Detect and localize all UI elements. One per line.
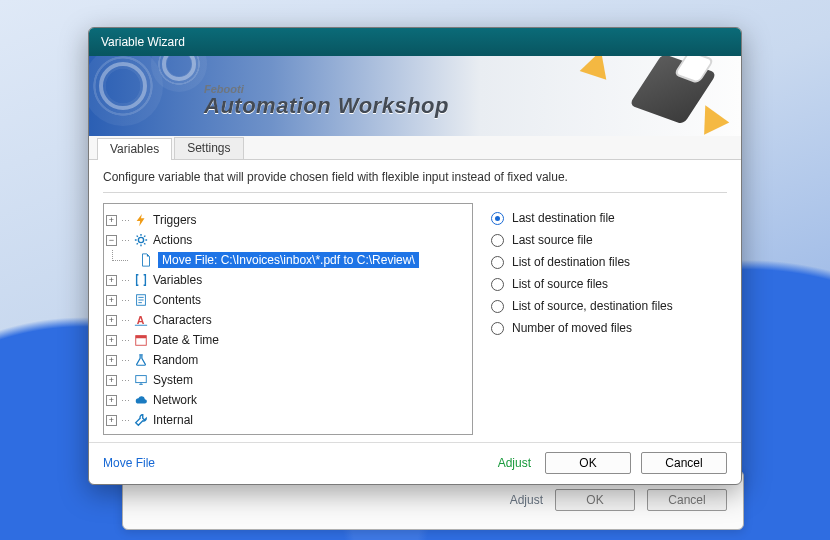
tree-label: Characters <box>153 313 212 327</box>
radio-list-destination-files[interactable]: List of destination files <box>491 251 727 273</box>
expand-icon[interactable]: + <box>106 275 117 286</box>
tree-node-characters[interactable]: + A Characters <box>106 310 468 330</box>
expand-icon[interactable]: + <box>106 355 117 366</box>
expand-icon[interactable]: + <box>106 335 117 346</box>
titlebar: Variable Wizard <box>89 28 741 56</box>
radio-label: List of source, destination files <box>512 299 673 313</box>
radio-icon <box>491 234 504 247</box>
tree-label: Triggers <box>153 213 197 227</box>
radio-number-moved-files[interactable]: Number of moved files <box>491 317 727 339</box>
radio-label: Last source file <box>512 233 593 247</box>
radio-icon <box>491 278 504 291</box>
tree-node-internal[interactable]: + Internal <box>106 410 468 430</box>
gear-icon <box>133 232 149 248</box>
lightning-icon <box>133 212 149 228</box>
wrench-icon <box>133 412 149 428</box>
close-button[interactable] <box>689 31 733 53</box>
calendar-icon <box>133 332 149 348</box>
monitor-icon <box>133 372 149 388</box>
tree-node-triggers[interactable]: + Triggers <box>106 210 468 230</box>
expand-icon[interactable]: + <box>106 215 117 226</box>
expand-icon[interactable]: + <box>106 415 117 426</box>
marker-icon <box>641 62 705 116</box>
tabstrip: Variables Settings <box>89 136 741 160</box>
footer-link-move-file[interactable]: Move File <box>103 456 155 470</box>
letter-a-icon: A <box>133 312 149 328</box>
svg-rect-4 <box>136 336 147 339</box>
footer-link-adjust[interactable]: Adjust <box>498 456 531 470</box>
star-icon <box>580 56 615 80</box>
tree-node-network[interactable]: + Network <box>106 390 468 410</box>
radio-last-destination-file[interactable]: Last destination file <box>491 207 727 229</box>
cancel-button[interactable]: Cancel <box>641 452 727 474</box>
dotted-connector <box>121 239 131 242</box>
description: Configure variable that will provide cho… <box>103 170 727 184</box>
tree-node-variables[interactable]: + Variables <box>106 270 468 290</box>
dotted-connector <box>121 219 131 222</box>
tree-node-actions[interactable]: − Actions <box>106 230 468 250</box>
shadow-adjust: Adjust <box>510 493 543 507</box>
tree-label: Move File: C:\Invoices\inbox\*.pdf to C:… <box>158 252 419 268</box>
radio-icon <box>491 212 504 225</box>
variable-options: Last destination file Last source file L… <box>491 203 727 436</box>
radio-label: Last destination file <box>512 211 615 225</box>
brackets-icon <box>133 272 149 288</box>
expand-icon[interactable]: + <box>106 295 117 306</box>
flask-icon <box>133 352 149 368</box>
tree-label: Variables <box>153 273 202 287</box>
window-title: Variable Wizard <box>101 35 689 49</box>
page-icon <box>133 292 149 308</box>
radio-icon <box>491 256 504 269</box>
radio-label: List of destination files <box>512 255 630 269</box>
expand-icon[interactable]: + <box>106 395 117 406</box>
shadow-cancel: Cancel <box>647 489 727 511</box>
tab-variables[interactable]: Variables <box>97 138 172 160</box>
tree-label: Random <box>153 353 198 367</box>
banner: Febooti Automation Workshop <box>89 56 741 136</box>
footer: Move File Adjust OK Cancel <box>89 442 741 484</box>
tree-node-contents[interactable]: + Contents <box>106 290 468 310</box>
tree-label: Internal <box>153 413 193 427</box>
divider <box>103 192 727 193</box>
tree-label: System <box>153 373 193 387</box>
radio-icon <box>491 300 504 313</box>
expand-icon[interactable]: + <box>106 375 117 386</box>
tab-settings[interactable]: Settings <box>174 137 243 159</box>
radio-icon <box>491 322 504 335</box>
brand: Automation Workshop <box>204 93 449 119</box>
svg-text:A: A <box>137 314 145 326</box>
radio-label: List of source files <box>512 277 608 291</box>
tree-label: Date & Time <box>153 333 219 347</box>
variable-wizard-dialog: Variable Wizard Febooti Automation Works… <box>88 27 742 485</box>
cloud-icon <box>133 392 149 408</box>
shadow-ok: OK <box>555 489 635 511</box>
tree-node-system[interactable]: + System <box>106 370 468 390</box>
tree-connector <box>106 250 136 270</box>
radio-list-source-files[interactable]: List of source files <box>491 273 727 295</box>
tree-node-move-file[interactable]: Move File: C:\Invoices\inbox\*.pdf to C:… <box>106 250 468 270</box>
svg-rect-5 <box>136 376 147 383</box>
document-icon <box>138 252 154 268</box>
radio-last-source-file[interactable]: Last source file <box>491 229 727 251</box>
tree-label: Contents <box>153 293 201 307</box>
expand-icon[interactable]: + <box>106 315 117 326</box>
category-tree[interactable]: + Triggers − Actions <box>103 203 473 435</box>
tree-node-datetime[interactable]: + Date & Time <box>106 330 468 350</box>
radio-list-source-destination-files[interactable]: List of source, destination files <box>491 295 727 317</box>
collapse-icon[interactable]: − <box>106 235 117 246</box>
tree-node-random[interactable]: + Random <box>106 350 468 370</box>
tree-label: Actions <box>153 233 192 247</box>
radio-label: Number of moved files <box>512 321 632 335</box>
tree-label: Network <box>153 393 197 407</box>
svg-point-0 <box>138 237 143 242</box>
ok-button[interactable]: OK <box>545 452 631 474</box>
